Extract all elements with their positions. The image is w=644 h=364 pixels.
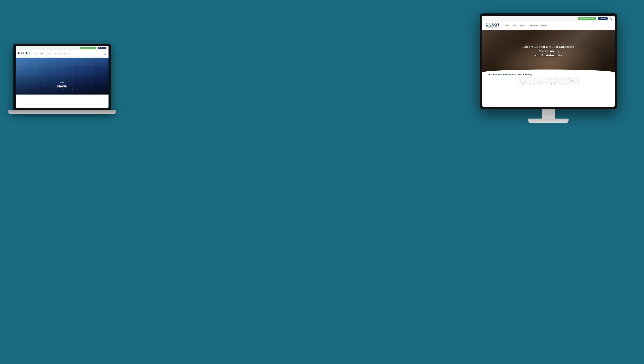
background: Have we been in contact? Contact Us 🔍 CA… bbox=[0, 0, 644, 364]
monitor-search-icon[interactable]: 🔍 bbox=[609, 17, 612, 20]
monitor-content-text: Our commitment to corporate responsibili… bbox=[516, 77, 580, 85]
monitor-logo-encore: an encore capital group company bbox=[486, 27, 500, 28]
monitor-nav-investors[interactable]: Investors bbox=[520, 25, 526, 26]
monitor-nav: About News Investors Businesses Careers bbox=[505, 25, 611, 26]
monitor-contact-dark-button[interactable]: Contact Us bbox=[598, 17, 608, 20]
laptop-hero-content: News We provide a range of credit manage… bbox=[42, 82, 82, 91]
monitor-content-title: Corporate Responsibility and Sustainabil… bbox=[487, 73, 610, 76]
laptop-nav-about[interactable]: About bbox=[34, 53, 38, 55]
laptop-hero-title: News bbox=[42, 84, 82, 88]
monitor-hero: Encore Capital Group's Corporate Respons… bbox=[482, 30, 615, 73]
laptop-logo-encore: an encore capital group company bbox=[18, 55, 31, 56]
monitor-nav-businesses[interactable]: Businesses bbox=[530, 25, 538, 26]
laptop: Have we been in contact? Contact Us CABO… bbox=[14, 44, 116, 114]
monitor-logo-c: C bbox=[486, 23, 488, 27]
monitor-hero-title: Encore Capital Group's Corporate Respons… bbox=[512, 45, 585, 58]
monitor-logo-bot: BOT bbox=[492, 23, 500, 27]
monitor-content-section: Corporate Responsibility and Sustainabil… bbox=[482, 70, 615, 87]
desktop-monitor: Have we been in contact? Contact Us 🔍 CA… bbox=[480, 14, 617, 123]
laptop-nav: About News Investors Businesses Careers bbox=[34, 53, 104, 55]
laptop-search-icon[interactable]: 🔍 bbox=[104, 53, 106, 55]
monitor-logo-a: A bbox=[488, 23, 491, 27]
laptop-contact-dark-button[interactable]: Contact Us bbox=[98, 47, 106, 49]
monitor-logo: CABOT CREDIT MANAGEMENT an encore capita… bbox=[486, 23, 500, 28]
laptop-nav-careers[interactable]: Careers bbox=[64, 53, 69, 55]
laptop-logo: CABOT CREDIT MANAGEMENT an encore capita… bbox=[18, 52, 31, 56]
laptop-nav-news[interactable]: News bbox=[40, 53, 44, 55]
laptop-hero-line bbox=[60, 82, 64, 83]
laptop-hero: News We provide a range of credit manage… bbox=[16, 58, 108, 95]
laptop-nav-investors[interactable]: Investors bbox=[46, 53, 52, 55]
monitor-contact-green-button[interactable]: Have we been in contact? bbox=[578, 17, 596, 20]
monitor-nav-about[interactable]: About bbox=[505, 25, 509, 26]
laptop-contact-green-button[interactable]: Have we been in contact? bbox=[80, 47, 97, 49]
monitor-nav-careers[interactable]: Careers bbox=[541, 25, 547, 26]
monitor-hero-text: Encore Capital Group's Corporate Respons… bbox=[512, 45, 585, 58]
monitor-nav-news[interactable]: News bbox=[513, 25, 517, 26]
laptop-nav-businesses[interactable]: Businesses bbox=[55, 53, 62, 55]
laptop-hero-subtitle: We provide a range of credit management … bbox=[42, 89, 82, 90]
